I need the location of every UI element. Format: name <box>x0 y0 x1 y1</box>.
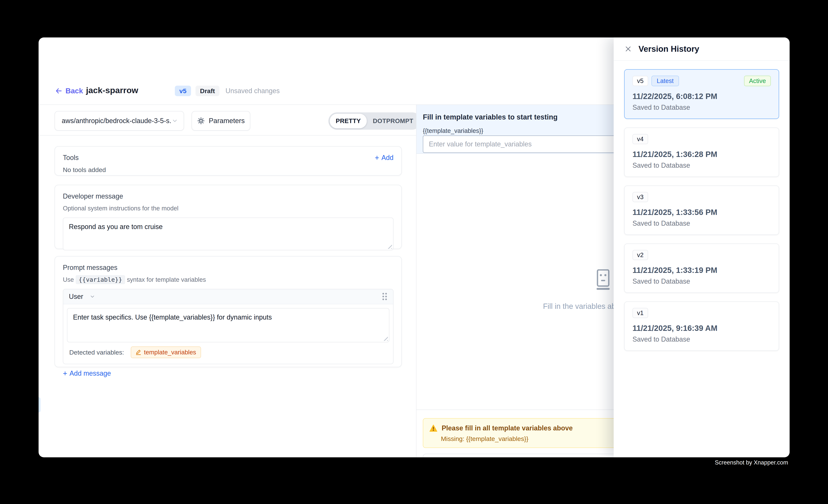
model-select[interactable]: aws/anthropic/bedrock-claude-3-5-s... <box>54 111 184 131</box>
active-badge: Active <box>744 76 771 86</box>
role-select-value: User <box>69 293 83 301</box>
watermark-text: Screenshot by Xnapper.com <box>715 459 788 466</box>
add-message-label: Add message <box>70 370 111 377</box>
toolbar-divider <box>39 135 416 135</box>
version-history-title: Version History <box>638 44 699 54</box>
version-card-v1[interactable]: v1 11/21/2025, 9:16:39 AM Saved to Datab… <box>624 301 779 351</box>
drag-handle-icon[interactable] <box>382 292 387 301</box>
add-message-button[interactable]: + Add message <box>63 370 111 377</box>
header-badges: v5 Draft Unsaved changes <box>175 86 280 96</box>
version-card-v5[interactable]: v5 Latest Active 11/22/2025, 6:08:12 PM … <box>624 69 779 119</box>
pencil-icon <box>136 349 141 355</box>
latest-badge: Latest <box>652 76 679 86</box>
developer-message-input[interactable]: Respond as you are tom cruise <box>63 217 394 250</box>
version-history-panel: Version History v5 Latest Active 11/22/2… <box>614 37 790 457</box>
version-number-badge: v1 <box>632 308 648 318</box>
warning-missing-text: Missing: {{template_variables}} <box>441 435 628 443</box>
template-warning: Please fill in all template variables ab… <box>423 418 634 448</box>
version-number-badge: v5 <box>632 76 648 86</box>
version-timestamp: 11/21/2025, 9:16:39 AM <box>632 324 771 333</box>
version-timestamp: 11/21/2025, 1:33:19 PM <box>632 266 771 275</box>
prompt-message-block: User Enter task specifics. Use {{templat… <box>63 289 394 364</box>
developer-message-title: Developer message <box>63 192 394 200</box>
developer-message-subtitle: Optional system instructions for the mod… <box>63 205 394 212</box>
template-variable-chip[interactable]: template_variables <box>131 346 201 358</box>
version-history-header: Version History <box>614 37 790 60</box>
prompt-messages-title: Prompt messages <box>63 264 394 271</box>
version-status: Saved to Database <box>632 219 771 227</box>
parameters-button[interactable]: Parameters <box>192 111 250 131</box>
chat-input-stub[interactable] <box>423 454 634 457</box>
version-number-badge: v3 <box>632 192 648 202</box>
version-timestamp: 11/21/2025, 1:33:56 PM <box>632 208 771 217</box>
version-list: v5 Latest Active 11/22/2025, 6:08:12 PM … <box>614 60 790 360</box>
role-select[interactable]: User <box>69 293 95 301</box>
subtitle-suffix: syntax for template variables <box>127 276 206 283</box>
version-status: Saved to Database <box>632 162 771 169</box>
version-card-v2[interactable]: v2 11/21/2025, 1:33:19 PM Saved to Datab… <box>624 244 779 293</box>
version-timestamp: 11/21/2025, 1:36:28 PM <box>632 150 771 159</box>
variable-syntax-chip: {{variable}} <box>76 275 125 284</box>
message-header: User <box>63 289 393 304</box>
version-timestamp: 11/22/2025, 6:08:12 PM <box>632 92 771 101</box>
subtitle-prefix: Use <box>63 276 74 283</box>
tools-empty-text: No tools added <box>63 166 394 173</box>
parameters-label: Parameters <box>209 117 245 125</box>
format-toggle: PRETTY DOTPROMPT <box>328 112 421 130</box>
version-card-v4[interactable]: v4 11/21/2025, 1:36:28 PM Saved to Datab… <box>624 128 779 177</box>
plus-icon: + <box>63 370 67 377</box>
warning-triangle-icon <box>429 424 438 432</box>
chevron-down-icon <box>172 118 178 124</box>
chevron-down-icon <box>90 294 95 299</box>
edge-notification-sliver <box>39 397 40 413</box>
detected-variables-row: Detected variables: template_variables <box>67 342 389 360</box>
unsaved-changes-label: Unsaved changes <box>225 87 280 95</box>
gear-icon <box>197 117 205 125</box>
back-button[interactable]: Back <box>55 87 83 95</box>
detected-variables-label: Detected variables: <box>69 349 124 356</box>
app-window: Back jack-sparrow v5 Draft Unsaved chang… <box>39 37 790 457</box>
warning-title: Please fill in all template variables ab… <box>442 424 573 432</box>
version-status: Saved to Database <box>632 278 771 285</box>
version-status: Saved to Database <box>632 335 771 343</box>
version-number-badge: v2 <box>632 250 648 260</box>
tab-pretty[interactable]: PRETTY <box>330 114 367 128</box>
page-title: jack-sparrow <box>86 85 138 95</box>
version-number-badge: v4 <box>632 134 648 144</box>
draft-badge: Draft <box>196 86 219 96</box>
template-variable-name: template_variables <box>144 349 196 356</box>
close-icon[interactable] <box>625 45 632 52</box>
prompt-messages-subtitle: Use {{variable}} syntax for template var… <box>63 276 394 283</box>
version-status: Saved to Database <box>632 103 771 112</box>
version-badge: v5 <box>175 86 191 96</box>
plus-icon: + <box>375 154 379 162</box>
back-arrow-icon <box>55 87 63 95</box>
add-tool-button[interactable]: + Add <box>375 154 394 162</box>
add-tool-label: Add <box>381 154 394 162</box>
back-label: Back <box>66 87 83 95</box>
prompt-message-input[interactable]: Enter task specifics. Use {{template_var… <box>67 308 389 342</box>
developer-message-card: Developer message Optional system instru… <box>54 185 402 249</box>
version-card-v3[interactable]: v3 11/21/2025, 1:33:56 PM Saved to Datab… <box>624 185 779 235</box>
prompt-messages-card: Prompt messages Use {{variable}} syntax … <box>54 256 402 367</box>
tools-card: Tools + Add No tools added <box>54 146 402 176</box>
tools-title: Tools <box>63 154 79 162</box>
robot-icon <box>596 269 611 290</box>
tab-dotprompt[interactable]: DOTPROMPT <box>367 114 419 128</box>
model-select-value: aws/anthropic/bedrock-claude-3-5-s... <box>62 117 172 125</box>
template-variable-input[interactable] <box>423 135 634 153</box>
